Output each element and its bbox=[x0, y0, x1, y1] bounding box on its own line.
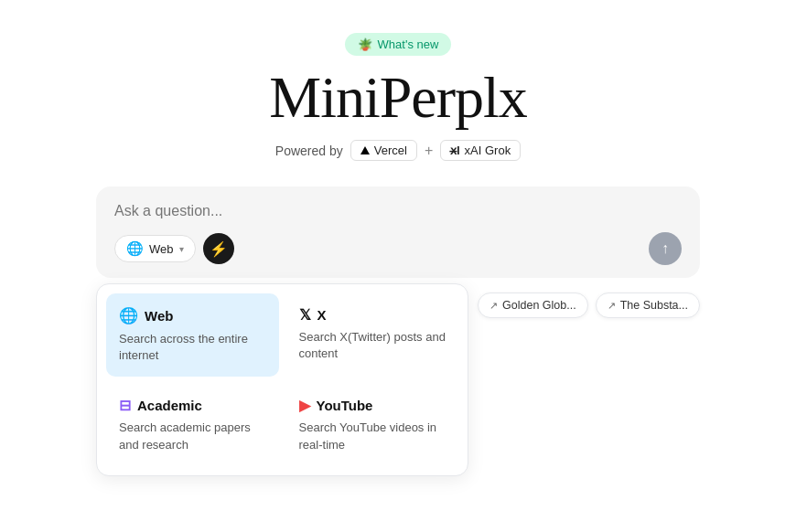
submit-button[interactable]: ↑ bbox=[649, 232, 682, 265]
chevron-down-icon: ▾ bbox=[179, 244, 184, 254]
card-x[interactable]: 𝕏 X Search X(Twitter) posts and content bbox=[286, 293, 459, 377]
card-youtube-title: YouTube bbox=[317, 398, 373, 413]
powered-by-label: Powered by bbox=[275, 144, 343, 158]
trending-chips: ↗ Golden Glob... ↗ The Substa... bbox=[478, 283, 700, 318]
card-youtube-desc: Search YouTube videos in real-time bbox=[299, 420, 446, 452]
xai-label: xAI Grok bbox=[465, 144, 511, 157]
globe-icon: 🌐 bbox=[119, 306, 138, 325]
card-web-title-row: 🌐 Web bbox=[119, 306, 266, 325]
flash-button[interactable]: ⚡ bbox=[203, 233, 234, 264]
card-x-title-row: 𝕏 X bbox=[299, 306, 446, 324]
card-web-desc: Search across the entire internet bbox=[119, 331, 266, 364]
card-academic-title-row: ⊟ Academic bbox=[119, 397, 266, 414]
trending-chip-0[interactable]: ↗ Golden Glob... bbox=[478, 293, 588, 318]
vercel-badge[interactable]: Vercel bbox=[350, 140, 417, 161]
card-academic-desc: Search academic papers and research bbox=[119, 420, 266, 452]
vercel-label: Vercel bbox=[374, 144, 407, 157]
search-bottom-left: 🌐 Web ▾ ⚡ bbox=[114, 233, 234, 264]
x-icon: 𝕏 bbox=[299, 306, 311, 324]
badge-icon: 🪴 bbox=[358, 37, 372, 51]
xai-icon: x̶I bbox=[450, 144, 459, 157]
card-youtube[interactable]: ▶ YouTube Search YouTube videos in real-… bbox=[286, 384, 459, 465]
youtube-icon: ▶ bbox=[299, 397, 310, 414]
dropdown-grid: 🌐 Web Search across the entire internet … bbox=[96, 283, 468, 476]
search-input[interactable] bbox=[114, 203, 682, 219]
card-x-desc: Search X(Twitter) posts and content bbox=[299, 329, 446, 362]
card-web-title: Web bbox=[145, 308, 173, 324]
mode-selector[interactable]: 🌐 Web ▾ bbox=[114, 235, 196, 262]
trending-chip-1[interactable]: ↗ The Substa... bbox=[596, 293, 700, 318]
search-container: 🌐 Web ▾ ⚡ ↑ bbox=[96, 186, 700, 278]
trend-label-1: The Substa... bbox=[620, 299, 688, 312]
trend-icon-1: ↗ bbox=[608, 300, 616, 312]
dropdown-area: 🌐 Web Search across the entire internet … bbox=[96, 283, 700, 476]
search-bottom-row: 🌐 Web ▾ ⚡ ↑ bbox=[114, 232, 682, 265]
card-academic-title: Academic bbox=[137, 398, 202, 413]
whats-new-badge[interactable]: 🪴 What's new bbox=[345, 33, 452, 56]
badge-label: What's new bbox=[378, 37, 439, 51]
trend-icon-0: ↗ bbox=[489, 300, 498, 312]
mode-label: Web bbox=[149, 242, 174, 256]
card-web[interactable]: 🌐 Web Search across the entire internet bbox=[106, 293, 279, 377]
academic-icon: ⊟ bbox=[119, 397, 131, 414]
trend-label-0: Golden Glob... bbox=[502, 299, 576, 312]
card-x-title: X bbox=[317, 307, 327, 323]
xai-badge[interactable]: x̶I xAI Grok bbox=[440, 140, 521, 161]
card-youtube-title-row: ▶ YouTube bbox=[299, 397, 446, 414]
submit-icon: ↑ bbox=[662, 240, 669, 257]
powered-by-row: Powered by Vercel + x̶I xAI Grok bbox=[275, 140, 521, 161]
app-title: MiniPerplx bbox=[269, 69, 527, 127]
flash-icon: ⚡ bbox=[210, 240, 228, 258]
card-academic[interactable]: ⊟ Academic Search academic papers and re… bbox=[106, 384, 279, 465]
globe-icon: 🌐 bbox=[126, 240, 144, 257]
plus-separator: + bbox=[425, 143, 433, 159]
vercel-icon bbox=[360, 146, 370, 154]
